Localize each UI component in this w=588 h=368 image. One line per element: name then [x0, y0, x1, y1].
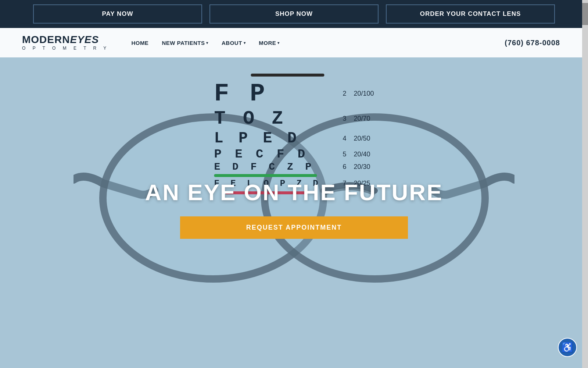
nav-home[interactable]: HOME: [131, 40, 148, 46]
pay-now-button[interactable]: PAY NOW: [33, 4, 202, 24]
phone-number[interactable]: (760) 678-0008: [505, 39, 560, 47]
navbar: MODERNEYES O P T O M E T R Y HOME NEW PA…: [0, 28, 582, 57]
logo-subtitle: O P T O M E T R Y: [22, 46, 109, 51]
nav-links: HOME NEW PATIENTS▾ ABOUT▾ MORE▾: [131, 40, 505, 46]
logo[interactable]: MODERNEYES O P T O M E T R Y: [22, 35, 109, 51]
chevron-down-icon: ▾: [244, 41, 246, 45]
logo-eyes: EYES: [70, 34, 99, 45]
accessibility-icon: ♿: [562, 342, 573, 353]
chevron-down-icon: ▾: [206, 41, 208, 45]
scrollbar-thumb[interactable]: [582, 3, 588, 25]
request-appointment-button[interactable]: REQUEST APPOINTMENT: [180, 216, 408, 239]
nav-new-patients[interactable]: NEW PATIENTS▾: [162, 40, 208, 46]
scrollbar[interactable]: [582, 0, 588, 368]
accessibility-button[interactable]: ♿: [558, 338, 577, 357]
order-contact-lens-button[interactable]: ORDER YOUR CONTACT LENS: [386, 4, 555, 24]
logo-modern: MODERN: [22, 34, 70, 45]
chevron-down-icon: ▾: [277, 41, 280, 45]
hero-content: AN EYE ON THE FUTURE REQUEST APPOINTMENT: [0, 28, 588, 368]
top-bar: PAY NOW SHOP NOW ORDER YOUR CONTACT LENS: [0, 0, 588, 28]
shop-now-button[interactable]: SHOP NOW: [209, 4, 379, 24]
logo-wordmark: MODERNEYES: [22, 35, 109, 45]
nav-about[interactable]: ABOUT▾: [222, 40, 245, 46]
nav-more[interactable]: MORE▾: [259, 40, 280, 46]
hero-title: AN EYE ON THE FUTURE: [145, 179, 443, 205]
hero-section: F P 2 20/100 T O Z 3 20/70 L P E D 4 20/…: [0, 28, 588, 368]
